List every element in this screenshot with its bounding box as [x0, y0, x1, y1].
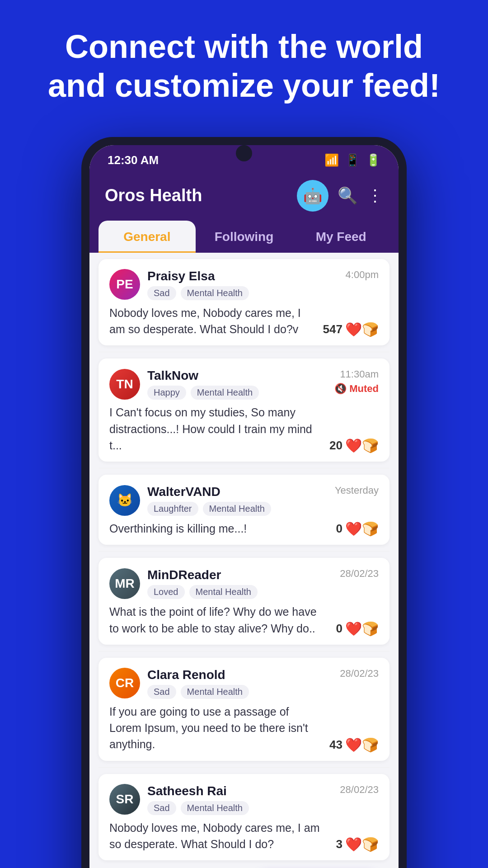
feed-item[interactable]: CR Clara Renold Sad Mental Health 28/02/… [99, 658, 389, 761]
avatar: MR [109, 568, 140, 599]
feed-time: Yesterday [335, 485, 379, 496]
feed-stats: 3 ❤️🍞 [336, 836, 379, 852]
feed-content: Overthinking is killing me...! [109, 520, 336, 537]
avatar: SR [109, 784, 140, 815]
feed-meta: MinDReader Loved Mental Health [147, 568, 258, 599]
tag-mental-health: Mental Health [189, 585, 258, 599]
tab-bar: General Following My Feed [89, 221, 399, 253]
like-count: 547 [323, 322, 343, 336]
tags: Happy Mental Health [147, 386, 259, 400]
tags: Sad Mental Health [147, 685, 249, 699]
feed-item[interactable]: 🐱 WalterVAND Laughfter Mental Health Yes… [99, 475, 389, 545]
feed-username: WalterVAND [147, 485, 271, 499]
status-icons: 📶 📱 🔋 [324, 153, 380, 167]
tag-laughfter: Laughfter [147, 502, 198, 516]
feed-username: TalkNow [147, 368, 259, 383]
feed-item[interactable]: PE Praisy Elsa Sad Mental Health 4:00pm … [99, 259, 389, 346]
like-count: 3 [336, 837, 343, 851]
feed-content: What is the point of life? Why do we hav… [109, 604, 336, 637]
bot-icon[interactable]: 🤖 [297, 180, 328, 212]
search-icon[interactable]: 🔍 [338, 186, 358, 205]
like-icon: ❤️🍞 [345, 521, 379, 537]
avatar: TN [109, 369, 140, 400]
tag-mental-health: Mental Health [181, 801, 249, 815]
tab-general[interactable]: General [99, 221, 196, 253]
like-icon: ❤️🍞 [345, 438, 379, 453]
tags: Laughfter Mental Health [147, 502, 271, 516]
mute-icon: 🔇 [334, 383, 347, 395]
feed-item[interactable]: SR Satheesh Rai Sad Mental Health 28/02/… [99, 774, 389, 861]
phone-screen: 12:30 AM 📶 📱 🔋 Oros Health 🤖 🔍 ⋮ General… [89, 145, 399, 868]
like-count: 20 [329, 439, 343, 453]
tab-myfeed[interactable]: My Feed [292, 221, 389, 253]
tab-following[interactable]: Following [196, 221, 293, 253]
phone-frame: 12:30 AM 📶 📱 🔋 Oros Health 🤖 🔍 ⋮ General… [81, 137, 407, 868]
feed-time: 4:00pm [346, 269, 379, 281]
wifi-icon: 📶 [324, 153, 339, 167]
like-icon: ❤️🍞 [345, 621, 379, 637]
feed-content: Nobody loves me, Nobody cares me, I am s… [109, 820, 336, 853]
feed-content: Nobody loves me, Nobody cares me, I am s… [109, 305, 323, 338]
feed-username: MinDReader [147, 568, 258, 582]
feed-item[interactable]: MR MinDReader Loved Mental Health 28/02/… [99, 558, 389, 645]
like-icon: ❤️🍞 [345, 321, 379, 337]
like-icon: ❤️🍞 [345, 737, 379, 753]
like-count: 0 [336, 522, 343, 536]
tag-sad: Sad [147, 801, 176, 815]
tag-mental-health: Mental Health [191, 386, 259, 400]
tag-happy: Happy [147, 386, 186, 400]
feed-meta: Praisy Elsa Sad Mental Health [147, 269, 249, 300]
avatar: CR [109, 668, 140, 698]
feed-meta: Clara Renold Sad Mental Health [147, 668, 249, 699]
header-icons: 🤖 🔍 ⋮ [297, 180, 383, 212]
tag-sad: Sad [147, 286, 176, 300]
tags: Loved Mental Health [147, 585, 258, 599]
tag-mental-health: Mental Health [181, 685, 249, 699]
feed-stats: 20 ❤️🍞 [329, 438, 379, 453]
feed-content: If you are going to use a passage of Lor… [109, 703, 329, 753]
feed-time: 28/02/23 [340, 784, 379, 796]
feed-item[interactable]: TN TalkNow Happy Mental Health 11:30am [99, 359, 389, 462]
tag-mental-health: Mental Health [203, 502, 271, 516]
feed-stats: 0 ❤️🍞 [336, 521, 379, 537]
tags: Sad Mental Health [147, 801, 249, 815]
feed-time: 28/02/23 [340, 568, 379, 580]
feed-content: I Can't focus on my studies, So many dis… [109, 404, 329, 453]
muted-label: Muted [349, 383, 379, 395]
tag-loved: Loved [147, 585, 185, 599]
like-count: 0 [336, 622, 343, 636]
avatar: 🐱 [109, 485, 140, 516]
feed-meta: WalterVAND Laughfter Mental Health [147, 485, 271, 516]
tag-sad: Sad [147, 685, 176, 699]
camera-notch [236, 145, 252, 161]
feed-meta: TalkNow Happy Mental Health [147, 368, 259, 400]
feed-stats: 0 ❤️🍞 [336, 621, 379, 637]
signal-icon: 📱 [345, 153, 360, 167]
feed-meta: Satheesh Rai Sad Mental Health [147, 784, 249, 815]
tag-mental-health: Mental Health [181, 286, 249, 300]
status-time: 12:30 AM [108, 153, 159, 167]
feed-time: 28/02/23 [340, 668, 379, 679]
app-header: Oros Health 🤖 🔍 ⋮ [89, 173, 399, 221]
battery-icon: 🔋 [366, 153, 380, 167]
feed-list: PE Praisy Elsa Sad Mental Health 4:00pm … [89, 259, 399, 868]
like-icon: ❤️🍞 [345, 836, 379, 852]
feed-time: 11:30am [340, 368, 379, 380]
feed-stats: 547 ❤️🍞 [323, 321, 379, 337]
feed-username: Clara Renold [147, 668, 249, 682]
feed-username: Praisy Elsa [147, 269, 249, 283]
avatar: PE [109, 269, 140, 300]
tags: Sad Mental Health [147, 286, 249, 300]
more-icon[interactable]: ⋮ [367, 186, 383, 205]
muted-badge: 🔇 Muted [334, 383, 379, 395]
headline: Connect with the world and customize you… [12, 27, 476, 105]
app-title: Oros Health [105, 186, 202, 205]
feed-stats: 43 ❤️🍞 [329, 737, 379, 753]
feed-username: Satheesh Rai [147, 784, 249, 798]
like-count: 43 [329, 738, 343, 752]
